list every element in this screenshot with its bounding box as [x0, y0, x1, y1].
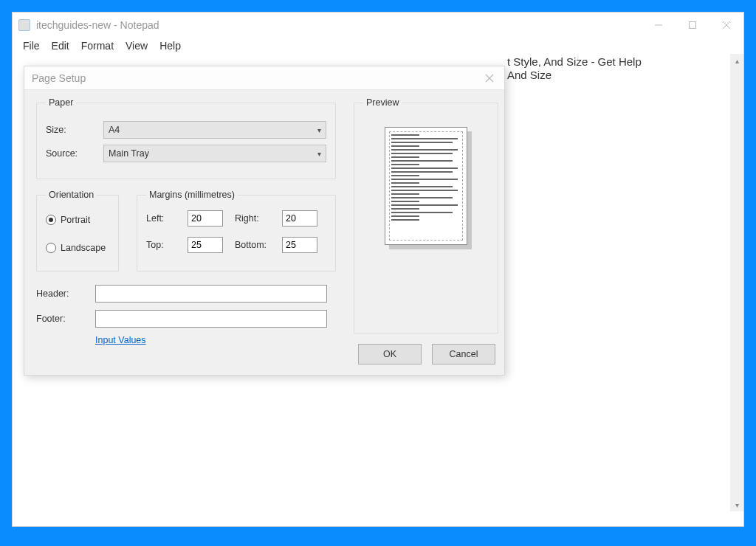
source-select[interactable]: Main Tray ▾ [103, 145, 326, 162]
preview-group: Preview [354, 97, 498, 334]
size-value: A4 [109, 125, 120, 135]
document-text-line2: And Size [507, 69, 551, 81]
page-setup-dialog: Page Setup Paper Size: A4 ▾ [24, 66, 505, 376]
scroll-down-icon[interactable]: ▾ [730, 498, 743, 511]
close-button[interactable] [709, 13, 743, 38]
menu-view[interactable]: View [120, 38, 154, 53]
footer-input[interactable] [95, 310, 327, 328]
margin-left-input[interactable] [188, 210, 223, 227]
margin-top-input[interactable] [188, 237, 223, 253]
dialog-title: Page Setup [32, 72, 86, 84]
minimize-icon [654, 21, 663, 30]
orientation-group: Orientation Portrait Landscape [36, 190, 119, 272]
portrait-radio[interactable]: Portrait [46, 215, 109, 225]
window-controls [642, 13, 743, 38]
margins-group: Margins (millimetres) Left: Right: Top: … [137, 190, 336, 272]
source-label: Source: [46, 148, 103, 159]
paper-legend: Paper [46, 97, 76, 108]
landscape-radio[interactable]: Landscape [46, 243, 109, 253]
dialog-close-button[interactable] [475, 66, 504, 89]
chevron-down-icon: ▾ [317, 150, 321, 158]
chevron-down-icon: ▾ [317, 126, 321, 134]
close-icon [722, 21, 731, 30]
portrait-label: Portrait [61, 215, 90, 225]
dialog-titlebar: Page Setup [24, 66, 504, 90]
menubar: File Edit Format View Help [13, 38, 743, 54]
close-icon [485, 74, 494, 83]
menu-edit[interactable]: Edit [46, 38, 75, 53]
cancel-button[interactable]: Cancel [432, 344, 495, 364]
source-value: Main Tray [109, 148, 149, 159]
minimize-button[interactable] [642, 13, 676, 38]
paper-group: Paper Size: A4 ▾ Source: Main Tray [36, 97, 336, 179]
footer-label: Footer: [36, 314, 95, 324]
input-values-link[interactable]: Input Values [95, 335, 336, 345]
scroll-up-icon[interactable]: ▴ [730, 54, 743, 67]
margin-left-label: Left: [146, 213, 182, 224]
svg-rect-1 [690, 22, 696, 29]
header-input[interactable] [95, 285, 327, 303]
window-title: itechguides-new - Notepad [36, 19, 159, 31]
size-select[interactable]: A4 ▾ [103, 121, 326, 139]
preview-legend: Preview [363, 97, 402, 108]
margin-bottom-input[interactable] [282, 237, 317, 253]
orientation-legend: Orientation [46, 190, 97, 200]
menu-format[interactable]: Format [75, 38, 120, 53]
menu-help[interactable]: Help [154, 38, 187, 53]
maximize-icon [688, 21, 697, 30]
margins-legend: Margins (millimetres) [146, 190, 238, 200]
ok-button[interactable]: OK [358, 344, 422, 364]
menu-file[interactable]: File [17, 38, 46, 53]
radio-icon [46, 243, 56, 253]
radio-icon [46, 215, 56, 225]
vertical-scrollbar[interactable]: ▴ ▾ [730, 54, 743, 511]
landscape-label: Landscape [61, 243, 106, 253]
notepad-icon [18, 19, 30, 31]
margin-right-input[interactable] [282, 210, 317, 227]
titlebar: itechguides-new - Notepad [13, 13, 743, 38]
header-label: Header: [36, 288, 95, 299]
size-label: Size: [46, 125, 103, 135]
maximize-button[interactable] [676, 13, 709, 38]
margin-top-label: Top: [146, 240, 182, 250]
margin-right-label: Right: [235, 213, 276, 224]
notepad-window: itechguides-new - Notepad File Edit Form… [12, 12, 744, 527]
document-text-line1: t Style, And Size - Get Help [507, 55, 642, 68]
preview-page [385, 127, 467, 245]
margin-bottom-label: Bottom: [235, 240, 276, 250]
